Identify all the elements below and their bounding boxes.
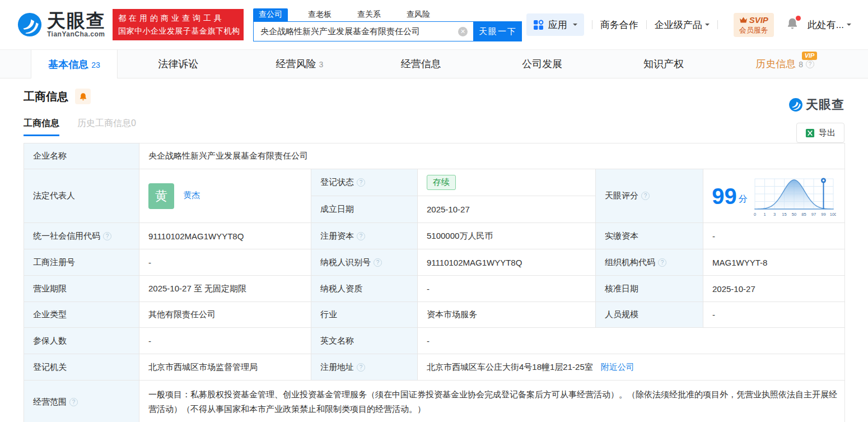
help-icon[interactable] xyxy=(357,232,365,240)
taxpayer-quality-value: - xyxy=(418,276,596,302)
section-title: 工商信息 xyxy=(24,89,68,104)
business-term-value: 2025-10-27 至 无固定期限 xyxy=(139,276,311,302)
excel-icon xyxy=(805,128,815,138)
tab-label: 知识产权 xyxy=(643,57,684,71)
svip-service-label: 会员服务 xyxy=(739,26,768,34)
watermark-text: 天眼查 xyxy=(806,96,844,113)
score-unit: 分 xyxy=(739,193,748,205)
export-button[interactable]: 导出 xyxy=(796,123,844,143)
table-row: 营业期限 2025-10-27 至 无固定期限 纳税人资质 - 核准日期 202… xyxy=(24,276,845,302)
company-type-value: 其他有限责任公司 xyxy=(139,302,311,328)
divider xyxy=(592,20,592,29)
search-tab-boss[interactable]: 查老板 xyxy=(302,8,337,21)
legal-rep-link[interactable]: 黄杰 xyxy=(183,190,200,200)
field-label: 组织机构代码 xyxy=(596,249,703,276)
page-header: 天眼查 TianYanCha.com 都在用的商业查询工具 国家中小企业发展子基… xyxy=(0,0,868,49)
search-tab-risk[interactable]: 查风险 xyxy=(401,8,436,21)
svg-text:97: 97 xyxy=(811,212,816,217)
tab-intellectual-property[interactable]: 知识产权 xyxy=(603,50,725,78)
svg-text:1: 1 xyxy=(763,212,766,217)
tianyancha-logo-icon xyxy=(17,12,43,38)
tab-business-info[interactable]: 经营信息 xyxy=(360,50,482,78)
main-content: 工商信息 天眼查 工商信息 历史工商信息0 导出 xyxy=(0,88,868,422)
field-label: 人员规模 xyxy=(596,302,703,328)
user-menu[interactable]: 此处有... xyxy=(808,18,851,31)
help-icon[interactable] xyxy=(374,258,382,267)
tab-basic-info[interactable]: 基本信息 23 xyxy=(31,50,118,78)
help-icon[interactable] xyxy=(103,232,111,240)
logo-domain: TianYanCha.com xyxy=(47,30,106,38)
business-coop-link[interactable]: 商务合作 xyxy=(600,18,638,31)
search-button[interactable]: 天眼一下 xyxy=(474,21,522,41)
score-value: 99 xyxy=(712,185,737,207)
svip-label: SVIP xyxy=(749,15,768,25)
field-label: 经营范围 xyxy=(24,381,139,422)
search-tab-company[interactable]: 查公司 xyxy=(253,8,288,21)
svg-text:85: 85 xyxy=(801,212,806,217)
field-label: 纳税人识别号 xyxy=(311,249,418,276)
help-icon[interactable] xyxy=(357,363,365,372)
tab-company-development[interactable]: 公司发展 xyxy=(482,50,603,78)
table-row: 工商注册号 - 纳税人识别号 91110102MAG1WYYT8Q 组织机构代码… xyxy=(24,249,845,276)
business-info-table: 企业名称 央企战略性新兴产业发展基金有限责任公司 法定代表人 黄 黄杰 登记状态… xyxy=(24,143,845,422)
tab-operation-risk[interactable]: 经营风险 3 xyxy=(239,50,361,78)
table-row: 法定代表人 黄 黄杰 登记状态 存续 天眼评分 99 分 xyxy=(24,169,845,196)
subtab-history-registration[interactable]: 历史工商信息0 xyxy=(77,118,136,136)
apps-label: 应用 xyxy=(548,18,567,31)
field-label: 英文名称 xyxy=(311,328,418,354)
org-code-value: MAG1WYYT-8 xyxy=(703,249,845,276)
notification-dot xyxy=(796,16,801,21)
svip-member-button[interactable]: SVIP 会员服务 xyxy=(734,13,774,37)
help-icon[interactable] xyxy=(641,192,650,200)
clear-search-icon[interactable]: ✕ xyxy=(458,27,468,36)
help-icon[interactable] xyxy=(806,60,814,68)
business-scope-value: 一般项目：私募股权投资基金管理、创业投资基金管理服务（须在中国证券投资基金业协会… xyxy=(139,381,845,422)
enterprise-product-link[interactable]: 企业级产品 xyxy=(655,18,710,31)
vip-badge: VIP xyxy=(802,52,818,60)
tab-history-info[interactable]: VIP 历史信息 8 xyxy=(724,50,846,78)
logo-text: 天眼查 xyxy=(47,11,106,30)
svg-text:15: 15 xyxy=(782,212,786,217)
svg-text:50: 50 xyxy=(792,212,796,217)
reg-status-value: 存续 xyxy=(418,169,596,196)
tab-count: 8 xyxy=(799,60,803,69)
tyc-score-cell: 99 分 0131550859799100 xyxy=(703,169,845,223)
paid-capital-value: - xyxy=(703,223,845,249)
nearby-companies-link[interactable]: 附近公司 xyxy=(601,362,634,372)
reg-capital-value: 5100000万人民币 xyxy=(418,223,596,249)
apps-menu-button[interactable]: 应用 xyxy=(526,13,584,36)
tab-legal-litigation[interactable]: 法律诉讼 xyxy=(118,50,239,78)
table-row: 统一社会信用代码 91110102MAG1WYYT8Q 注册资本 5100000… xyxy=(24,223,845,249)
help-icon[interactable] xyxy=(69,398,78,406)
status-badge: 存续 xyxy=(427,175,456,190)
field-label: 纳税人资质 xyxy=(311,276,418,302)
credit-code-value: 91110102MAG1WYYT8Q xyxy=(139,223,311,249)
field-label: 统一社会信用代码 xyxy=(24,223,139,249)
promo-banner: 都在用的商业查询工具 国家中小企业发展子基金旗下机构 xyxy=(113,9,244,40)
svg-text:0: 0 xyxy=(754,212,756,217)
field-label: 工商注册号 xyxy=(24,249,139,276)
bell-icon xyxy=(79,92,87,101)
help-icon[interactable] xyxy=(357,178,365,187)
subtab-business-registration[interactable]: 工商信息 xyxy=(24,118,59,136)
approval-date-value: 2025-10-27 xyxy=(703,276,845,302)
field-label: 天眼评分 xyxy=(596,169,703,223)
tab-count: 3 xyxy=(319,60,324,69)
table-row: 参保人数 - 英文名称 - xyxy=(24,328,845,354)
establish-date-value: 2025-10-27 xyxy=(418,196,596,223)
search-tab-relation[interactable]: 查关系 xyxy=(352,8,386,21)
monitor-bell-button[interactable] xyxy=(75,89,91,104)
search-input[interactable] xyxy=(254,27,458,36)
search-area: 查公司 查老板 查关系 查风险 ✕ 天眼一下 xyxy=(253,8,522,41)
apps-grid-icon xyxy=(533,20,544,30)
tianyancha-watermark-icon xyxy=(788,98,803,112)
help-icon[interactable] xyxy=(658,258,666,267)
svg-text:3: 3 xyxy=(773,212,776,217)
promo-line1: 都在用的商业查询工具 xyxy=(118,12,238,25)
notification-bell-icon[interactable] xyxy=(786,17,799,32)
tianyancha-logo[interactable]: 天眼查 TianYanCha.com xyxy=(17,11,106,38)
field-label: 核准日期 xyxy=(596,276,703,302)
field-label: 登记机关 xyxy=(24,354,139,381)
chevron-down-icon xyxy=(705,24,710,28)
chevron-down-icon xyxy=(573,24,577,28)
